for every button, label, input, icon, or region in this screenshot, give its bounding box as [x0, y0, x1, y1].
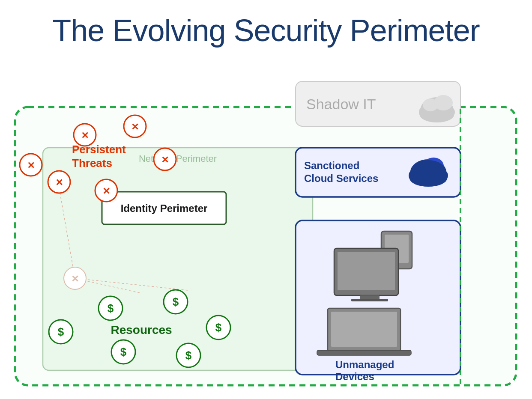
svg-point-41 — [410, 160, 446, 184]
resources-label: Resources — [111, 323, 172, 336]
svg-rect-50 — [331, 312, 397, 347]
svg-text:$: $ — [185, 349, 192, 362]
svg-text:$: $ — [120, 345, 127, 358]
diagram-svg: Network Perimeter Identity Perimeter ✕ $… — [9, 56, 525, 394]
unmanaged-label-2: Devices — [335, 371, 374, 382]
unmanaged-label-1: Unmanaged — [335, 359, 394, 370]
svg-rect-46 — [338, 252, 395, 290]
svg-text:$: $ — [108, 302, 114, 315]
identity-perimeter-label: Identity Perimeter — [121, 202, 208, 214]
persistent-threats-label-2: Threats — [72, 157, 112, 170]
network-perimeter-rect — [43, 148, 313, 370]
persistent-threats-label: Persistent — [72, 143, 126, 156]
page-container: The Evolving Security Perimeter Network … — [0, 0, 532, 399]
svg-text:✕: ✕ — [161, 155, 169, 165]
svg-text:$: $ — [58, 325, 64, 338]
svg-rect-51 — [317, 350, 411, 355]
svg-point-32 — [420, 107, 454, 122]
svg-text:$: $ — [173, 295, 179, 308]
sanctioned-label-2: Cloud Services — [304, 173, 378, 184]
svg-point-34 — [434, 95, 453, 110]
network-perimeter-label: Network Perimeter — [139, 153, 217, 164]
svg-text:$: $ — [215, 321, 222, 334]
svg-text:✕: ✕ — [27, 160, 35, 171]
sanctioned-label-1: Sanctioned — [304, 160, 359, 171]
svg-rect-48 — [351, 299, 388, 301]
svg-text:✕: ✕ — [71, 274, 79, 284]
svg-text:✕: ✕ — [81, 130, 89, 141]
svg-text:✕: ✕ — [55, 177, 63, 188]
svg-text:✕: ✕ — [102, 186, 110, 197]
svg-text:✕: ✕ — [131, 122, 139, 132]
page-title: The Evolving Security Perimeter — [0, 0, 532, 57]
shadow-it-label: Shadow IT — [306, 96, 376, 112]
